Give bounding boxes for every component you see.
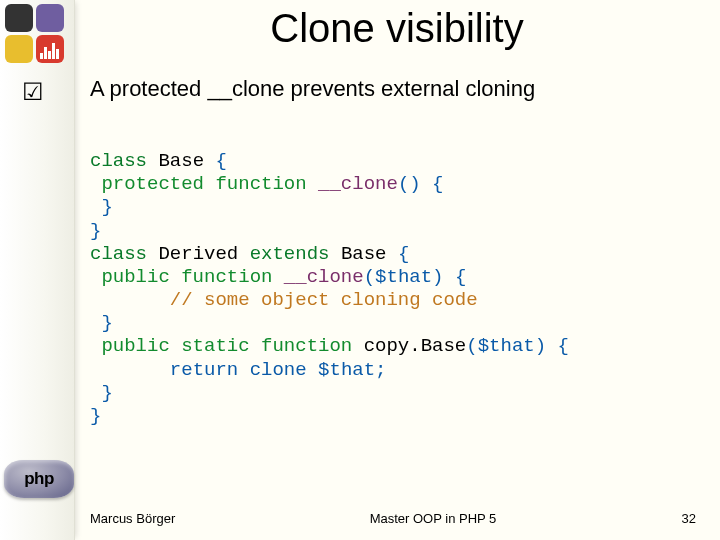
paren-close: )	[432, 266, 443, 288]
var-that2: $that	[478, 335, 535, 357]
svg-rect-0	[40, 53, 43, 59]
footer-author: Marcus Börger	[90, 511, 210, 526]
svg-rect-4	[56, 49, 59, 59]
brace-close: }	[101, 196, 112, 218]
footer: Marcus Börger Master OOP in PHP 5 32	[90, 511, 696, 526]
paren-open: (	[466, 335, 477, 357]
class-name-derived: Derived	[158, 243, 238, 265]
kw-return: return	[170, 359, 238, 381]
paren-close: )	[535, 335, 546, 357]
logo-2x2	[5, 4, 64, 63]
code-block: class Base { protected function __clone(…	[90, 150, 569, 428]
brace-close: }	[101, 382, 112, 404]
class-name-base2: Base	[341, 243, 387, 265]
kw-class: class	[90, 150, 147, 172]
kw-public-static-function: public static function	[101, 335, 352, 357]
svg-rect-3	[52, 43, 55, 59]
left-strip: ☑ php	[0, 0, 75, 540]
var-that: $that	[375, 266, 432, 288]
php-logo-icon: php	[4, 460, 74, 498]
var-that3: $that	[318, 359, 375, 381]
kw-class: class	[90, 243, 147, 265]
brace-open: {	[398, 243, 409, 265]
footer-course: Master OOP in PHP 5	[210, 511, 656, 526]
brace-open: {	[432, 173, 443, 195]
kw-protected-function: protected function	[101, 173, 306, 195]
class-name-base: Base	[158, 150, 204, 172]
brace-open: {	[455, 266, 466, 288]
fn-clone2: __clone	[284, 266, 364, 288]
paren-open: (	[364, 266, 375, 288]
brace-close: }	[101, 312, 112, 334]
svg-rect-2	[48, 51, 51, 59]
code-comment: // some object cloning code	[170, 289, 478, 311]
slide: ☑ php Clone visibility A protected __clo…	[0, 0, 720, 540]
logo-square-purple	[36, 4, 64, 32]
brace-close: }	[90, 220, 101, 242]
brace-close: }	[90, 405, 101, 427]
brace-open: {	[558, 335, 569, 357]
checkbox-icon: ☑	[22, 80, 44, 104]
logo-square-dark	[5, 4, 33, 32]
page-number: 32	[656, 511, 696, 526]
bars-icon	[40, 39, 60, 59]
paren: ()	[398, 173, 421, 195]
logo-square-yellow	[5, 35, 33, 63]
svg-rect-1	[44, 47, 47, 59]
slide-title: Clone visibility	[74, 6, 720, 51]
kw-extends: extends	[250, 243, 330, 265]
fn-clone: __clone	[318, 173, 398, 195]
kw-clone: clone	[250, 359, 307, 381]
kw-public-function: public function	[101, 266, 272, 288]
fn-copybase: copy.Base	[364, 335, 467, 357]
brace-open: {	[215, 150, 226, 172]
logo-square-red-bars	[36, 35, 64, 63]
semicolon: ;	[375, 359, 386, 381]
bullet-text: A protected __clone prevents external cl…	[90, 76, 700, 102]
